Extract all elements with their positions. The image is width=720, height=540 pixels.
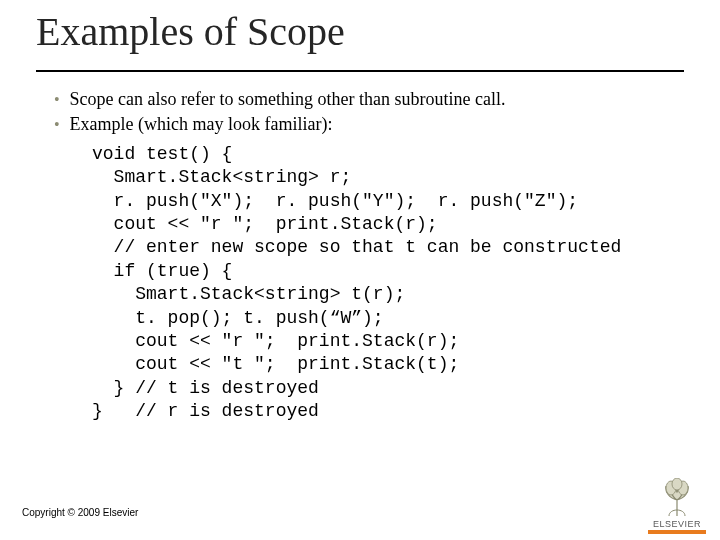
logo-text: ELSEVIER [648, 519, 706, 529]
copyright-text: Copyright © 2009 Elsevier [22, 507, 138, 518]
svg-point-3 [672, 478, 682, 490]
bullet-text: Example (which may look familiar): [70, 113, 333, 136]
bullet-dot-icon: • [54, 115, 60, 134]
page-title: Examples of Scope [36, 8, 345, 55]
slide: Examples of Scope • Scope can also refer… [0, 0, 720, 540]
tree-icon [657, 478, 697, 518]
title-underline [36, 70, 684, 72]
bullet-item: • Example (which may look familiar): [54, 113, 700, 136]
bullet-dot-icon: • [54, 90, 60, 109]
bullet-text: Scope can also refer to something other … [70, 88, 506, 111]
content-area: • Scope can also refer to something othe… [54, 88, 700, 423]
code-block: void test() { Smart.Stack<string> r; r. … [92, 143, 700, 424]
publisher-logo: ELSEVIER [648, 478, 706, 534]
bullet-item: • Scope can also refer to something othe… [54, 88, 700, 111]
logo-accent-bar [648, 530, 706, 534]
